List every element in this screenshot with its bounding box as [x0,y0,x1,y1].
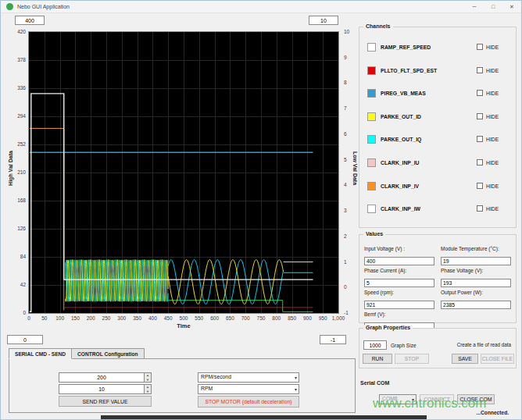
value-field-label: Bemf (V): [364,311,434,317]
value-field: Speed (rpm): [364,290,434,310]
left-axis-tick-label: 42 [10,282,27,287]
hide-checkbox[interactable] [477,67,483,73]
channel-row: CLARK_INP_IVHIDE [359,182,516,192]
left-axis-label: High Val Data [8,145,13,192]
left-axis-tick-label: 168 [10,198,27,203]
tab-serial-cmd-send[interactable]: SERIAL CMD - SEND [9,348,72,359]
tab-control-configuration[interactable]: CONTROL Configuration [72,348,145,359]
taskbar-strip [101,415,427,420]
channel-color-swatch [367,43,376,52]
channel-row: PARKE_OUT_IDHIDE [359,112,516,123]
hide-checkbox-label: HIDE [486,44,499,50]
right-axis-tick-label: 9 [342,55,356,60]
hide-checkbox[interactable] [477,183,483,189]
hide-checkbox[interactable] [477,136,483,142]
channel-color-swatch [367,135,376,144]
unit2-value: RPM [201,386,213,391]
left-axis-tick-label: 378 [10,57,27,62]
left-axis-tick-label: 84 [10,254,27,259]
unit1-select[interactable]: RPM/second▾ [198,372,299,383]
hide-checkbox-label: HIDE [486,91,499,96]
value-field-input[interactable] [441,301,511,309]
create-file-label: Create a file of read data [457,342,511,347]
hide-checkbox[interactable] [477,205,483,212]
low-scale-max-input[interactable] [309,16,338,25]
hide-checkbox-label: HIDE [486,183,499,189]
high-scale-min-input[interactable] [7,335,43,344]
title-bar: Nebo GUI Application ─ □ ✕ [1,1,522,13]
value-field-label: Module Temperature (°C): [441,246,511,251]
graph-properties-title: Graph Properties [363,325,413,330]
value-field: Phase Voltage (V): [441,268,511,288]
hide-checkbox[interactable] [477,113,483,119]
channel-name-label: CLARK_INP_IU [381,160,419,166]
spinner-arrows-icon[interactable]: ▲▼ [145,372,152,383]
value-field-label: Input Voltage (V) : [364,246,434,251]
right-axis-tick-label: 0 [342,284,356,290]
hide-checkbox[interactable] [477,44,483,50]
run-button[interactable]: RUN [363,354,392,364]
save-button[interactable]: SAVE [452,354,478,364]
channel-name-label: CLARK_INP_IV [381,183,419,189]
hide-checkbox-label: HIDE [486,160,499,166]
hide-checkbox[interactable] [477,90,483,96]
close-button-icon[interactable]: ✕ [502,1,521,12]
stop-button[interactable]: STOP [395,354,429,364]
value-field-label: Phase Voltage (V): [441,268,511,273]
channels-title: Channels [363,23,393,29]
right-axis-tick-label: 6 [342,131,356,137]
value-field-input[interactable] [364,257,434,265]
hide-checkbox[interactable] [477,159,483,166]
right-axis-label: Low Val Data [352,145,358,192]
tab-strip: SERIAL CMD - SEND CONTROL Configuration [9,348,145,359]
ramp-value-input[interactable] [59,384,145,394]
channel-name-label: CLARK_INP_IW [381,206,420,212]
channel-color-swatch [367,205,376,213]
right-axis-tick-label: 10 [342,29,356,34]
graph-size-label: Graph Size [391,343,417,348]
maximize-button-icon[interactable]: □ [484,1,502,12]
left-axis-tick-label: 420 [10,29,27,34]
low-scale-min-input[interactable] [320,335,346,344]
serial-com-title: Serial COM [360,380,389,386]
send-ref-value-button[interactable]: SEND REF VALUE [59,396,152,407]
channels-group: Channels RAMP_REF_SPEEDHIDEPLLTO_FLT_SPD… [359,27,517,228]
minimize-button-icon[interactable]: ─ [465,1,484,12]
value-field-label: Speed (rpm): [364,290,434,295]
channel-color-swatch [367,112,376,121]
graph-size-input[interactable] [363,340,387,350]
ref-value-input[interactable] [59,372,145,383]
unit2-select[interactable]: RPM▾ [198,384,299,394]
ramp-value-spinner[interactable]: ▲▼ [59,384,152,394]
value-field: Input Voltage (V) : [364,246,434,266]
ref-value-spinner[interactable]: ▲▼ [59,372,152,383]
left-axis-tick-label: 126 [10,226,27,231]
right-axis-tick-label: 2 [342,233,356,239]
value-field: Module Temperature (°C): [441,246,511,266]
high-scale-max-input[interactable] [15,16,45,25]
channel-color-swatch [367,182,376,190]
window-title: Nebo GUI Application [17,4,70,9]
unit1-value: RPM/second [201,374,231,379]
value-field-input[interactable] [441,279,511,287]
value-field-input[interactable] [364,279,434,287]
right-axis-tick-label: -1 [342,310,356,315]
channel-row: CLARK_INP_IUHIDE [359,158,516,169]
spinner-arrows-icon[interactable]: ▲▼ [145,384,152,394]
hide-checkbox-label: HIDE [486,114,499,119]
hide-checkbox-label: HIDE [486,68,499,73]
value-field-input[interactable] [364,301,434,309]
waveform-chart [29,32,338,313]
value-field: Output Power (W): [441,290,511,310]
application-window: { "window": { "title": "Nebo GUI Applica… [0,0,522,420]
value-field-label: Phase Current (A): [364,268,434,273]
left-axis-tick-label: 0 [10,310,27,315]
value-field-input[interactable] [441,257,511,265]
plot-area [28,31,339,314]
left-axis-tick-label: 336 [10,85,27,91]
stop-motor-button[interactable]: STOP MOTOR (default deceleration) [198,396,299,408]
close-file-button[interactable]: CLOSE FILE [481,354,514,364]
x-axis-tick-label: 1,000 [328,315,349,321]
channel-name-label: PIREG_VB_MEAS [381,91,426,96]
channel-row: CLARK_INP_IWHIDE [359,205,516,215]
